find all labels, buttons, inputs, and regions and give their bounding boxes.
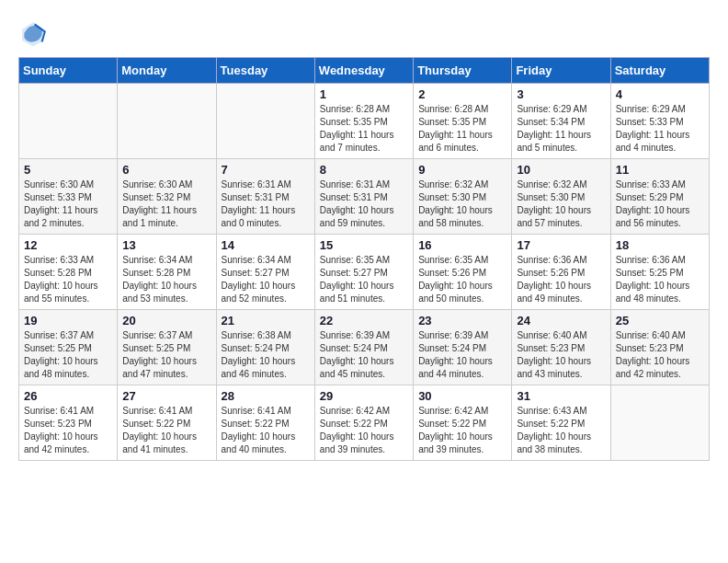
calendar-cell: 22Sunrise: 6:39 AM Sunset: 5:24 PM Dayli…	[314, 310, 413, 385]
calendar-cell: 27Sunrise: 6:41 AM Sunset: 5:22 PM Dayli…	[118, 385, 216, 461]
day-number: 7	[222, 163, 310, 177]
calendar-cell: 7Sunrise: 6:31 AM Sunset: 5:31 PM Daylig…	[216, 159, 314, 235]
day-detail: Sunrise: 6:28 AM Sunset: 5:35 PM Dayligh…	[320, 103, 408, 155]
calendar-cell: 30Sunrise: 6:42 AM Sunset: 5:22 PM Dayli…	[414, 385, 512, 461]
day-number: 27	[122, 389, 210, 403]
calendar-cell: 14Sunrise: 6:34 AM Sunset: 5:27 PM Dayli…	[216, 235, 314, 310]
day-number: 6	[122, 163, 210, 177]
calendar-header-row: SundayMondayTuesdayWednesdayThursdayFrid…	[19, 58, 710, 84]
day-detail: Sunrise: 6:35 AM Sunset: 5:26 PM Dayligh…	[418, 254, 506, 305]
calendar-cell	[610, 385, 709, 461]
calendar-cell: 10Sunrise: 6:32 AM Sunset: 5:30 PM Dayli…	[512, 159, 610, 235]
day-number: 19	[24, 314, 112, 327]
calendar-cell: 15Sunrise: 6:35 AM Sunset: 5:27 PM Dayli…	[314, 235, 413, 310]
day-detail: Sunrise: 6:40 AM Sunset: 5:23 PM Dayligh…	[517, 329, 605, 381]
day-number: 1	[320, 87, 408, 101]
calendar-cell: 8Sunrise: 6:31 AM Sunset: 5:31 PM Daylig…	[314, 159, 413, 235]
calendar-cell: 29Sunrise: 6:42 AM Sunset: 5:22 PM Dayli…	[314, 385, 413, 461]
calendar-cell: 28Sunrise: 6:41 AM Sunset: 5:22 PM Dayli…	[216, 385, 314, 461]
day-detail: Sunrise: 6:37 AM Sunset: 5:25 PM Dayligh…	[24, 329, 112, 381]
day-detail: Sunrise: 6:36 AM Sunset: 5:26 PM Dayligh…	[517, 254, 605, 305]
calendar-week-row: 5Sunrise: 6:30 AM Sunset: 5:33 PM Daylig…	[19, 159, 710, 235]
day-number: 12	[24, 238, 112, 252]
calendar-cell: 21Sunrise: 6:38 AM Sunset: 5:24 PM Dayli…	[216, 310, 314, 385]
day-header-thursday: Thursday	[414, 58, 512, 84]
calendar-cell	[118, 84, 216, 159]
calendar-cell: 5Sunrise: 6:30 AM Sunset: 5:33 PM Daylig…	[19, 159, 118, 235]
day-detail: Sunrise: 6:39 AM Sunset: 5:24 PM Dayligh…	[320, 329, 408, 381]
day-detail: Sunrise: 6:40 AM Sunset: 5:23 PM Dayligh…	[616, 329, 704, 381]
day-number: 18	[616, 238, 704, 252]
day-header-monday: Monday	[118, 58, 216, 84]
day-detail: Sunrise: 6:34 AM Sunset: 5:28 PM Dayligh…	[122, 254, 210, 305]
calendar-cell: 25Sunrise: 6:40 AM Sunset: 5:23 PM Dayli…	[610, 310, 709, 385]
calendar-cell: 24Sunrise: 6:40 AM Sunset: 5:23 PM Dayli…	[512, 310, 610, 385]
calendar-cell: 20Sunrise: 6:37 AM Sunset: 5:25 PM Dayli…	[118, 310, 216, 385]
day-detail: Sunrise: 6:35 AM Sunset: 5:27 PM Dayligh…	[320, 254, 408, 305]
day-number: 22	[320, 314, 408, 327]
day-detail: Sunrise: 6:37 AM Sunset: 5:25 PM Dayligh…	[122, 329, 210, 381]
day-number: 5	[24, 163, 112, 177]
calendar-cell: 18Sunrise: 6:36 AM Sunset: 5:25 PM Dayli…	[610, 235, 709, 310]
day-number: 17	[517, 238, 605, 252]
logo	[18, 18, 51, 48]
day-number: 10	[517, 163, 605, 177]
calendar-cell: 26Sunrise: 6:41 AM Sunset: 5:23 PM Dayli…	[19, 385, 118, 461]
day-detail: Sunrise: 6:31 AM Sunset: 5:31 PM Dayligh…	[320, 178, 408, 230]
day-number: 20	[122, 314, 210, 327]
day-detail: Sunrise: 6:30 AM Sunset: 5:32 PM Dayligh…	[122, 178, 210, 230]
day-detail: Sunrise: 6:32 AM Sunset: 5:30 PM Dayligh…	[418, 178, 506, 230]
day-number: 2	[418, 87, 506, 101]
day-header-saturday: Saturday	[610, 58, 709, 84]
calendar-cell: 3Sunrise: 6:29 AM Sunset: 5:34 PM Daylig…	[512, 84, 610, 159]
day-detail: Sunrise: 6:38 AM Sunset: 5:24 PM Dayligh…	[222, 329, 310, 381]
logo-icon	[18, 18, 48, 48]
day-number: 26	[24, 389, 112, 403]
calendar-week-row: 26Sunrise: 6:41 AM Sunset: 5:23 PM Dayli…	[19, 385, 710, 461]
calendar-cell: 31Sunrise: 6:43 AM Sunset: 5:22 PM Dayli…	[512, 385, 610, 461]
calendar-cell: 2Sunrise: 6:28 AM Sunset: 5:35 PM Daylig…	[414, 84, 512, 159]
day-number: 11	[616, 163, 704, 177]
day-number: 29	[320, 389, 408, 403]
day-detail: Sunrise: 6:36 AM Sunset: 5:25 PM Dayligh…	[616, 254, 704, 305]
day-number: 9	[418, 163, 506, 177]
day-detail: Sunrise: 6:29 AM Sunset: 5:33 PM Dayligh…	[616, 103, 704, 155]
day-number: 24	[517, 314, 605, 327]
calendar-cell: 4Sunrise: 6:29 AM Sunset: 5:33 PM Daylig…	[610, 84, 709, 159]
day-detail: Sunrise: 6:43 AM Sunset: 5:22 PM Dayligh…	[517, 405, 605, 456]
day-header-friday: Friday	[512, 58, 610, 84]
day-detail: Sunrise: 6:33 AM Sunset: 5:28 PM Dayligh…	[24, 254, 112, 305]
day-header-wednesday: Wednesday	[314, 58, 413, 84]
calendar-cell: 12Sunrise: 6:33 AM Sunset: 5:28 PM Dayli…	[19, 235, 118, 310]
day-number: 4	[616, 87, 704, 101]
calendar-cell: 13Sunrise: 6:34 AM Sunset: 5:28 PM Dayli…	[118, 235, 216, 310]
calendar-table: SundayMondayTuesdayWednesdayThursdayFrid…	[18, 57, 710, 461]
day-number: 25	[616, 314, 704, 327]
calendar-cell: 16Sunrise: 6:35 AM Sunset: 5:26 PM Dayli…	[414, 235, 512, 310]
day-number: 21	[222, 314, 310, 327]
day-detail: Sunrise: 6:41 AM Sunset: 5:22 PM Dayligh…	[222, 405, 310, 456]
day-number: 3	[517, 87, 605, 101]
calendar-cell	[216, 84, 314, 159]
header	[18, 18, 710, 48]
calendar-cell: 9Sunrise: 6:32 AM Sunset: 5:30 PM Daylig…	[414, 159, 512, 235]
day-detail: Sunrise: 6:32 AM Sunset: 5:30 PM Dayligh…	[517, 178, 605, 230]
calendar-cell: 6Sunrise: 6:30 AM Sunset: 5:32 PM Daylig…	[118, 159, 216, 235]
day-number: 15	[320, 238, 408, 252]
day-number: 14	[222, 238, 310, 252]
calendar-cell: 23Sunrise: 6:39 AM Sunset: 5:24 PM Dayli…	[414, 310, 512, 385]
day-header-sunday: Sunday	[19, 58, 118, 84]
day-detail: Sunrise: 6:42 AM Sunset: 5:22 PM Dayligh…	[418, 405, 506, 456]
day-detail: Sunrise: 6:39 AM Sunset: 5:24 PM Dayligh…	[418, 329, 506, 381]
day-header-tuesday: Tuesday	[216, 58, 314, 84]
calendar-cell: 11Sunrise: 6:33 AM Sunset: 5:29 PM Dayli…	[610, 159, 709, 235]
day-number: 16	[418, 238, 506, 252]
calendar-week-row: 1Sunrise: 6:28 AM Sunset: 5:35 PM Daylig…	[19, 84, 710, 159]
day-number: 28	[222, 389, 310, 403]
day-detail: Sunrise: 6:42 AM Sunset: 5:22 PM Dayligh…	[320, 405, 408, 456]
calendar-cell: 1Sunrise: 6:28 AM Sunset: 5:35 PM Daylig…	[314, 84, 413, 159]
day-detail: Sunrise: 6:41 AM Sunset: 5:23 PM Dayligh…	[24, 405, 112, 456]
day-detail: Sunrise: 6:41 AM Sunset: 5:22 PM Dayligh…	[122, 405, 210, 456]
calendar-cell: 19Sunrise: 6:37 AM Sunset: 5:25 PM Dayli…	[19, 310, 118, 385]
day-number: 31	[517, 389, 605, 403]
